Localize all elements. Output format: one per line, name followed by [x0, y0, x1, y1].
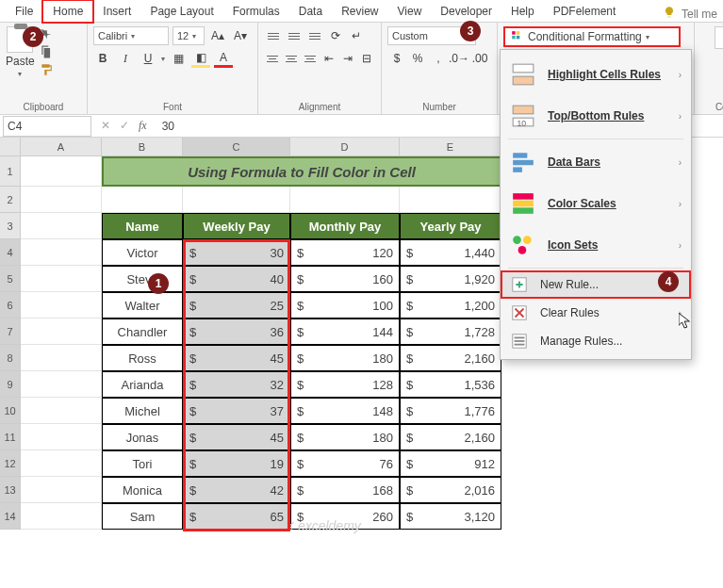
cell-c2[interactable] — [183, 187, 290, 213]
cell-weekly[interactable]: $30 — [183, 239, 290, 266]
cell-blank[interactable] — [21, 477, 102, 503]
tab-view[interactable]: View — [388, 1, 432, 22]
increase-font-button[interactable]: A▴ — [208, 26, 227, 45]
col-header-d[interactable]: D — [290, 138, 400, 156]
orientation-button[interactable]: ⟳ — [326, 26, 345, 45]
decrease-font-button[interactable]: A▾ — [231, 26, 250, 45]
cell-monthly[interactable]: $168 — [290, 477, 400, 503]
cell-weekly[interactable]: $25 — [183, 292, 290, 318]
bold-button[interactable]: B — [93, 49, 112, 68]
row-header-10[interactable]: 10 — [0, 398, 21, 424]
row-header-1[interactable]: 1 — [0, 156, 21, 187]
cell-monthly[interactable]: $180 — [290, 424, 400, 450]
dd-top-bottom-rules[interactable]: 10 Top/Bottom Rules › — [501, 95, 691, 137]
cell-yearly[interactable]: $1,776 — [400, 398, 501, 424]
cell-name[interactable]: Ross — [102, 345, 183, 371]
align-left-button[interactable] — [264, 49, 281, 68]
cell-blank[interactable] — [21, 239, 102, 266]
cell-yearly[interactable]: $1,728 — [400, 318, 501, 345]
cell-name[interactable]: Sam — [102, 503, 183, 530]
format-painter-button[interactable] — [39, 62, 54, 77]
align-middle-button[interactable] — [285, 26, 304, 45]
cell-weekly[interactable]: $42 — [183, 477, 290, 503]
cell-name[interactable]: Walter — [102, 292, 183, 318]
merge-center-button[interactable]: ⊟ — [358, 49, 375, 68]
cell-a2[interactable] — [21, 187, 102, 213]
fill-color-button[interactable]: ◧ — [191, 49, 210, 68]
copy-button[interactable] — [39, 44, 54, 59]
cell-monthly[interactable]: $180 — [290, 345, 400, 371]
decrease-indent-button[interactable]: ⇤ — [320, 49, 337, 68]
row-header-9[interactable]: 9 — [0, 371, 21, 398]
cell-d2[interactable] — [290, 187, 400, 213]
formula-bar-value[interactable]: 30 — [156, 120, 174, 133]
name-box[interactable]: C4 — [3, 116, 91, 137]
cell-yearly[interactable]: $1,200 — [400, 292, 501, 318]
select-all-corner[interactable] — [0, 138, 21, 156]
align-bottom-button[interactable] — [305, 26, 324, 45]
tab-developer[interactable]: Developer — [431, 1, 501, 22]
cell-weekly[interactable]: $36 — [183, 318, 290, 345]
cell-weekly[interactable]: $37 — [183, 398, 290, 424]
cell-name[interactable]: Tori — [102, 450, 183, 477]
align-right-button[interactable] — [302, 49, 319, 68]
cancel-formula-icon[interactable]: ✕ — [101, 119, 110, 133]
cell-a3[interactable] — [21, 213, 102, 239]
tell-me-search[interactable]: Tell me — [663, 6, 723, 22]
tab-help[interactable]: Help — [501, 1, 544, 22]
dd-manage-rules[interactable]: Manage Rules... — [501, 327, 691, 355]
tab-review[interactable]: Review — [332, 1, 387, 22]
cell-name[interactable]: Chandler — [102, 318, 183, 345]
fx-icon[interactable]: fx — [139, 119, 147, 133]
row-header-6[interactable]: 6 — [0, 292, 21, 318]
cell-weekly[interactable]: $40 — [183, 266, 290, 292]
cell-name[interactable]: Steve — [102, 266, 183, 292]
row-header-11[interactable]: 11 — [0, 424, 21, 450]
font-color-button[interactable]: A — [214, 49, 233, 68]
cell-yearly[interactable]: $2,160 — [400, 345, 501, 371]
cell-monthly[interactable]: $260 — [290, 503, 400, 530]
cell-weekly[interactable]: $32 — [183, 371, 290, 398]
dd-icon-sets[interactable]: Icon Sets › — [501, 224, 691, 266]
cell-name[interactable]: Jonas — [102, 424, 183, 450]
comma-button[interactable]: , — [429, 49, 448, 68]
cell-name[interactable]: Victor — [102, 239, 183, 266]
cell-yearly[interactable]: $912 — [400, 450, 501, 477]
currency-button[interactable]: $ — [387, 49, 406, 68]
align-center-button[interactable] — [283, 49, 300, 68]
cell-blank[interactable] — [21, 424, 102, 450]
cell-weekly[interactable]: $19 — [183, 450, 290, 477]
cell-blank[interactable] — [21, 450, 102, 477]
cell-yearly[interactable]: $2,016 — [400, 477, 501, 503]
cell-name[interactable]: Monica — [102, 477, 183, 503]
cell-yearly[interactable]: $1,440 — [400, 239, 501, 266]
title-cell[interactable]: Using Formula to Fill Color in Cell — [102, 156, 501, 187]
cell-yearly[interactable]: $1,920 — [400, 266, 501, 292]
italic-button[interactable]: I — [116, 49, 135, 68]
col-header-b[interactable]: B — [102, 138, 183, 156]
cell-name[interactable]: Arianda — [102, 371, 183, 398]
cell-monthly[interactable]: $160 — [290, 266, 400, 292]
row-header-5[interactable]: 5 — [0, 266, 21, 292]
decrease-decimal-button[interactable]: .00 — [470, 49, 489, 68]
align-top-button[interactable] — [264, 26, 283, 45]
dd-highlight-cells-rules[interactable]: Highlight Cells Rules › — [501, 54, 691, 95]
cell-blank[interactable] — [21, 371, 102, 398]
wrap-text-button[interactable]: ↵ — [347, 26, 366, 45]
tab-insert[interactable]: Insert — [93, 1, 140, 22]
cell-yearly[interactable]: $3,120 — [400, 503, 501, 530]
row-header-7[interactable]: 7 — [0, 318, 21, 345]
cell-weekly[interactable]: $45 — [183, 424, 290, 450]
row-header-8[interactable]: 8 — [0, 345, 21, 371]
cell-blank[interactable] — [21, 503, 102, 530]
cell-monthly[interactable]: $76 — [290, 450, 400, 477]
row-header-12[interactable]: 12 — [0, 450, 21, 477]
cell-blank[interactable] — [21, 318, 102, 345]
cell-weekly[interactable]: $65 — [183, 503, 290, 530]
tab-data[interactable]: Data — [289, 1, 332, 22]
percent-button[interactable]: % — [408, 49, 427, 68]
dd-clear-rules[interactable]: Clear Rules › — [501, 299, 691, 327]
header-yearly[interactable]: Yearly Pay — [400, 213, 501, 239]
cell-b2[interactable] — [102, 187, 183, 213]
row-header-4[interactable]: 4 — [0, 239, 21, 266]
